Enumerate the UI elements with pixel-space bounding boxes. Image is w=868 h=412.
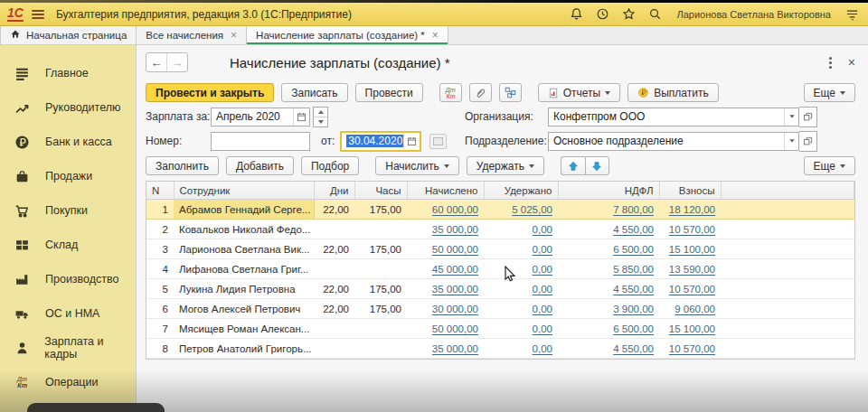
- fill-button[interactable]: Заполнить: [146, 156, 219, 175]
- amount-cell[interactable]: 10 570,00: [659, 339, 721, 359]
- amount-cell[interactable]: 60 000,00: [407, 200, 484, 220]
- sidebar-item-dtkt[interactable]: ДтКтОперации: [0, 365, 136, 399]
- tab-close-icon[interactable]: ×: [432, 29, 439, 42]
- attachments-button[interactable]: [469, 83, 492, 102]
- column-header-3[interactable]: Часы: [354, 182, 407, 200]
- amount-cell[interactable]: 4 550,00: [558, 220, 659, 239]
- amount-cell[interactable]: 175,00: [354, 279, 407, 299]
- employee-name-cell[interactable]: Абрамов Геннадий Серге...: [174, 200, 314, 220]
- department-field[interactable]: Основное подразделение: [548, 132, 799, 151]
- history-icon[interactable]: [596, 7, 609, 21]
- employee-name-cell[interactable]: Могов Алексей Петрович: [174, 299, 314, 319]
- sidebar-item-trend[interactable]: Руководителю: [0, 90, 136, 125]
- table-row[interactable]: 1Абрамов Геннадий Серге...22,00175,0060 …: [146, 200, 854, 220]
- pick-button[interactable]: Подбор: [301, 156, 359, 175]
- post-and-close-button[interactable]: Провести и закрыть: [146, 83, 274, 102]
- amount-cell[interactable]: 175,00: [354, 239, 407, 259]
- organization-field[interactable]: Конфетпром ООО: [548, 108, 799, 126]
- amount-cell[interactable]: 50 000,00: [407, 239, 484, 259]
- column-header-0[interactable]: N: [146, 182, 174, 200]
- open-department-icon[interactable]: [799, 131, 817, 152]
- add-button[interactable]: Добавить: [226, 156, 294, 175]
- amount-cell[interactable]: 0,00: [484, 259, 558, 279]
- amount-cell[interactable]: [314, 319, 354, 339]
- open-organization-icon[interactable]: [799, 107, 817, 127]
- sidebar-item-ruble[interactable]: Банк и касса: [0, 125, 136, 159]
- column-header-4[interactable]: Начислено: [407, 182, 484, 200]
- table-row[interactable]: 4Лифанова Светлана Григ...45 000,000,005…: [146, 259, 854, 279]
- sidebar-item-stock[interactable]: Склад: [0, 228, 136, 262]
- amount-cell[interactable]: 10 570,00: [659, 279, 721, 299]
- row-number[interactable]: 3: [146, 239, 174, 259]
- amount-cell[interactable]: 3 900,00: [558, 299, 659, 319]
- sections-panel-icon[interactable]: [845, 7, 859, 21]
- column-header-6[interactable]: НДФЛ: [558, 182, 659, 200]
- amount-cell[interactable]: 22,00: [314, 239, 354, 259]
- forward-button[interactable]: →: [167, 53, 187, 71]
- column-header-5[interactable]: Удержано: [484, 182, 558, 200]
- amount-cell[interactable]: 10 570,00: [659, 220, 721, 239]
- amount-cell[interactable]: [354, 220, 407, 239]
- main-menu-icon[interactable]: [32, 10, 44, 19]
- amount-cell[interactable]: 4 550,00: [558, 339, 659, 359]
- amount-cell[interactable]: 0,00: [484, 239, 558, 259]
- pay-button[interactable]: Выплатить: [627, 83, 719, 102]
- favorites-icon[interactable]: [622, 7, 636, 21]
- amount-cell[interactable]: 18 120,00: [659, 200, 721, 220]
- chevron-down-icon[interactable]: [784, 133, 798, 150]
- column-header-2[interactable]: Дни: [314, 182, 354, 200]
- reports-button[interactable]: Отчеты: [538, 83, 620, 102]
- row-number[interactable]: 8: [146, 339, 174, 359]
- amount-cell[interactable]: 22,00: [314, 279, 354, 299]
- row-number[interactable]: 4: [146, 259, 174, 279]
- amount-cell[interactable]: 35 000,00: [407, 339, 484, 359]
- open-date-icon[interactable]: [429, 134, 447, 149]
- chevron-down-icon[interactable]: [784, 108, 798, 126]
- amount-cell[interactable]: 35 000,00: [407, 220, 484, 239]
- table-row[interactable]: 3Ларионова Светлана Вик...22,00175,0050 …: [146, 239, 854, 259]
- amount-cell[interactable]: [314, 220, 354, 239]
- table-row[interactable]: 6Могов Алексей Петрович22,00175,0030 000…: [146, 299, 854, 319]
- number-field[interactable]: [211, 132, 310, 151]
- amount-cell[interactable]: [354, 319, 407, 339]
- amount-cell[interactable]: 0,00: [484, 299, 558, 319]
- actions-more-button[interactable]: Еще: [804, 156, 855, 175]
- row-number[interactable]: 2: [146, 220, 174, 239]
- amount-cell[interactable]: 30 000,00: [407, 299, 484, 319]
- amount-cell[interactable]: 15 100,00: [659, 319, 721, 339]
- post-button[interactable]: Провести: [355, 83, 423, 102]
- dt-kt-postings-button[interactable]: Дт Кт: [439, 83, 462, 102]
- move-down-button[interactable]: [585, 156, 609, 175]
- current-user[interactable]: Ларионова Светлана Викторовна: [676, 9, 831, 20]
- back-button[interactable]: ←: [146, 53, 167, 71]
- date-field[interactable]: 30.04.2020: [340, 131, 421, 152]
- employee-name-cell[interactable]: Лукина Лидия Петровна: [174, 279, 314, 299]
- tab-2[interactable]: Начисление зарплаты (создание) *×: [247, 26, 448, 44]
- amount-cell[interactable]: 22,00: [314, 200, 354, 220]
- amount-cell[interactable]: 0,00: [484, 220, 558, 239]
- amount-cell[interactable]: 0,00: [484, 339, 558, 359]
- document-structure-button[interactable]: [499, 83, 522, 102]
- accrue-button[interactable]: Начислить: [375, 156, 458, 175]
- employee-name-cell[interactable]: Ковальков Николай Федо...: [174, 220, 314, 239]
- notifications-icon[interactable]: [570, 7, 583, 21]
- amount-cell[interactable]: 6 500,00: [558, 239, 659, 259]
- table-row[interactable]: 8Петров Анатолий Григорь...35 000,000,00…: [146, 339, 854, 359]
- amount-cell[interactable]: 6 500,00: [558, 319, 659, 339]
- move-up-button[interactable]: [561, 156, 585, 175]
- amount-cell[interactable]: 45 000,00: [407, 259, 484, 279]
- form-menu-icon[interactable]: [827, 55, 834, 70]
- amount-cell[interactable]: 0,00: [484, 279, 558, 299]
- row-number[interactable]: 1: [146, 200, 174, 220]
- salary-period-field[interactable]: Апрель 2020: [211, 108, 310, 126]
- calendar-icon[interactable]: [293, 108, 309, 126]
- withhold-button[interactable]: Удержать: [467, 156, 544, 175]
- toolbar-more-button[interactable]: Еще: [804, 83, 855, 102]
- amount-cell[interactable]: [354, 339, 407, 359]
- period-stepper[interactable]: [313, 107, 328, 127]
- amount-cell[interactable]: 4 550,00: [558, 279, 659, 299]
- calendar-icon[interactable]: [403, 133, 420, 150]
- sidebar-item-bag[interactable]: Продажи: [0, 159, 136, 193]
- amount-cell[interactable]: [354, 259, 407, 279]
- amount-cell[interactable]: 7 800,00: [558, 200, 659, 220]
